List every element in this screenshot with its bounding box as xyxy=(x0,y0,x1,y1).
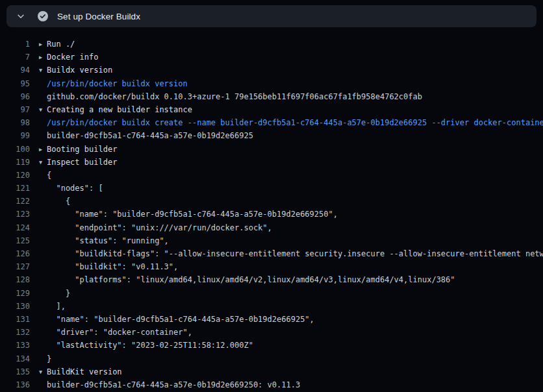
group-toggle-icon[interactable]: ▶ xyxy=(39,51,47,64)
log-text: /usr/bin/docker buildx create --name bui… xyxy=(47,116,543,129)
line-number[interactable]: 130 xyxy=(0,300,30,313)
log-text: } xyxy=(47,352,51,365)
line-number[interactable]: 132 xyxy=(0,326,30,339)
log-line: 120 { xyxy=(0,169,543,182)
step-title: Set up Docker Buildx xyxy=(57,12,140,21)
line-number[interactable]: 98 xyxy=(0,116,30,129)
line-number[interactable]: 119 xyxy=(0,156,30,169)
log-text: { xyxy=(47,195,70,208)
log-group-line[interactable]: 119 ▼ Inspect builder xyxy=(0,156,543,169)
check-circle-icon xyxy=(38,11,48,21)
log-line: 99 builder-d9cfb5a1-c764-445a-a57e-0b19d… xyxy=(0,129,543,142)
line-number[interactable]: 134 xyxy=(0,352,30,365)
group-toggle-icon xyxy=(39,77,47,90)
log-line: 123 "name": "builder-d9cfb5a1-c764-445a-… xyxy=(0,208,543,221)
line-number[interactable]: 125 xyxy=(0,234,30,247)
group-toggle-icon xyxy=(39,116,47,129)
group-toggle-icon xyxy=(39,234,47,247)
group-toggle-icon xyxy=(39,326,47,339)
chevron-down-icon[interactable] xyxy=(16,11,26,21)
group-toggle-icon[interactable]: ▼ xyxy=(39,103,47,116)
line-number[interactable]: 122 xyxy=(0,195,30,208)
log-line: 136 builder-d9cfb5a1-c764-445a-a57e-0b19… xyxy=(0,378,543,391)
log-line: 131 "name": "builder-d9cfb5a1-c764-445a-… xyxy=(0,313,543,326)
log-text: Buildx version xyxy=(47,64,112,77)
group-toggle-icon xyxy=(39,221,47,234)
log-text: "lastActivity": "2023-02-25T11:58:12.000… xyxy=(47,339,253,352)
group-toggle-icon xyxy=(39,182,47,195)
log-text: "platforms": "linux/amd64,linux/amd64/v2… xyxy=(47,273,455,286)
group-toggle-icon[interactable]: ▼ xyxy=(39,365,47,378)
group-toggle-icon[interactable]: ▶ xyxy=(39,38,47,51)
log-line: 128 "platforms": "linux/amd64,linux/amd6… xyxy=(0,273,543,286)
log-text: builder-d9cfb5a1-c764-445a-a57e-0b19d2e6… xyxy=(47,129,253,142)
log-group-line[interactable]: 97 ▼ Creating a new builder instance xyxy=(0,103,543,116)
group-toggle-icon[interactable]: ▶ xyxy=(39,143,47,156)
line-number[interactable]: 123 xyxy=(0,208,30,221)
line-number[interactable]: 120 xyxy=(0,169,30,182)
line-number[interactable]: 124 xyxy=(0,221,30,234)
line-number[interactable]: 95 xyxy=(0,77,30,90)
line-number[interactable]: 99 xyxy=(0,129,30,142)
log-line: 130 ], xyxy=(0,300,543,313)
log-text: builder-d9cfb5a1-c764-445a-a57e-0b19d2e6… xyxy=(47,378,300,391)
line-number[interactable]: 128 xyxy=(0,273,30,286)
group-toggle-icon xyxy=(39,378,47,391)
group-toggle-icon xyxy=(39,273,47,286)
group-toggle-icon xyxy=(39,260,47,273)
line-number[interactable]: 100 xyxy=(0,143,30,156)
log-group-line[interactable]: 100 ▶ Booting builder xyxy=(0,143,543,156)
log-line: 133 "lastActivity": "2023-02-25T11:58:12… xyxy=(0,339,543,352)
group-toggle-icon xyxy=(39,339,47,352)
line-number[interactable]: 96 xyxy=(0,90,30,103)
group-toggle-icon xyxy=(39,352,47,365)
log-text: Run ./ xyxy=(47,38,75,51)
line-number[interactable]: 135 xyxy=(0,365,30,378)
group-toggle-icon xyxy=(39,313,47,326)
line-number[interactable]: 1 xyxy=(0,38,30,51)
line-number[interactable]: 94 xyxy=(0,64,30,77)
log-text: Docker info xyxy=(47,51,98,64)
log-text: "buildkit": "v0.11.3", xyxy=(47,260,178,273)
line-number[interactable]: 7 xyxy=(0,51,30,64)
group-toggle-icon xyxy=(39,287,47,300)
group-toggle-icon xyxy=(39,208,47,221)
group-toggle-icon[interactable]: ▼ xyxy=(39,156,47,169)
log-viewer: 1 ▶ Run ./ 7 ▶ Docker info 94 ▼ Buildx v… xyxy=(0,27,543,391)
log-group-line[interactable]: 94 ▼ Buildx version xyxy=(0,64,543,77)
log-text: BuildKit version xyxy=(47,365,122,378)
line-number[interactable]: 121 xyxy=(0,182,30,195)
log-text: /usr/bin/docker buildx version xyxy=(47,77,188,90)
log-group-line[interactable]: 1 ▶ Run ./ xyxy=(0,38,543,51)
group-toggle-icon[interactable]: ▼ xyxy=(39,64,47,77)
log-text: "name": "builder-d9cfb5a1-c764-445a-a57e… xyxy=(47,208,338,221)
log-line: 127 "buildkit": "v0.11.3", xyxy=(0,260,543,273)
line-number[interactable]: 127 xyxy=(0,260,30,273)
log-text: "nodes": [ xyxy=(47,182,103,195)
log-text: ], xyxy=(47,300,66,313)
log-line: 132 "driver": "docker-container", xyxy=(0,326,543,339)
line-number[interactable]: 136 xyxy=(0,378,30,391)
line-number[interactable]: 131 xyxy=(0,313,30,326)
log-line: 96 github.com/docker/buildx 0.10.3+azure… xyxy=(0,90,543,103)
line-number[interactable]: 97 xyxy=(0,103,30,116)
log-line: 124 "endpoint": "unix:///var/run/docker.… xyxy=(0,221,543,234)
step-header[interactable]: Set up Docker Buildx xyxy=(6,5,537,27)
group-toggle-icon xyxy=(39,90,47,103)
log-line: 126 "buildkitd-flags": "--allow-insecure… xyxy=(0,247,543,260)
log-text: Booting builder xyxy=(47,143,117,156)
log-line: 125 "status": "running", xyxy=(0,234,543,247)
log-line: 122 { xyxy=(0,195,543,208)
log-line: 134 } xyxy=(0,352,543,365)
log-group-line[interactable]: 135 ▼ BuildKit version xyxy=(0,365,543,378)
line-number[interactable]: 126 xyxy=(0,247,30,260)
line-number[interactable]: 133 xyxy=(0,339,30,352)
log-text: "buildkitd-flags": "--allow-insecure-ent… xyxy=(47,247,543,260)
log-text: "name": "builder-d9cfb5a1-c764-445a-a57e… xyxy=(47,313,314,326)
group-toggle-icon xyxy=(39,300,47,313)
log-text: "status": "running", xyxy=(47,234,169,247)
log-line: 121 "nodes": [ xyxy=(0,182,543,195)
line-number[interactable]: 129 xyxy=(0,287,30,300)
log-group-line[interactable]: 7 ▶ Docker info xyxy=(0,51,543,64)
group-toggle-icon xyxy=(39,195,47,208)
